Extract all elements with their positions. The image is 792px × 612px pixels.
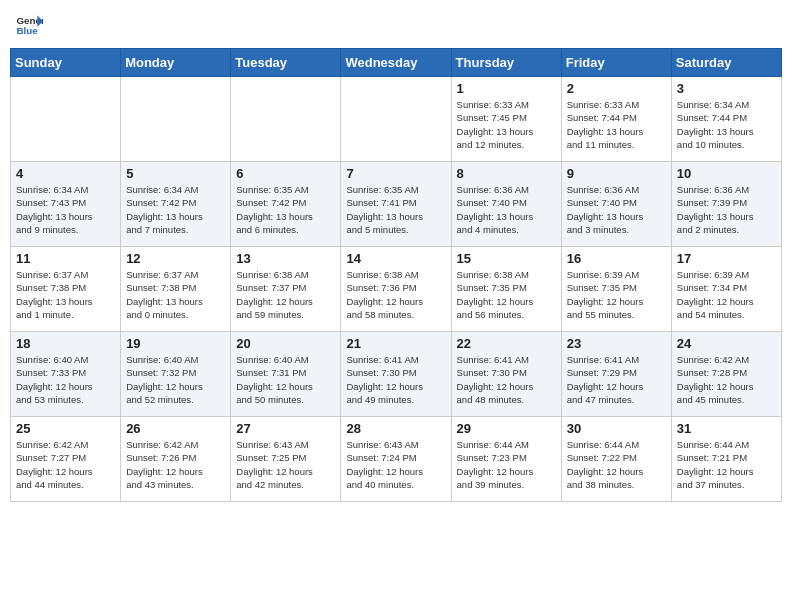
day-info: Sunrise: 6:36 AM Sunset: 7:40 PM Dayligh…	[567, 183, 666, 236]
day-info: Sunrise: 6:35 AM Sunset: 7:42 PM Dayligh…	[236, 183, 335, 236]
day-number: 31	[677, 421, 776, 436]
calendar-cell: 10Sunrise: 6:36 AM Sunset: 7:39 PM Dayli…	[671, 162, 781, 247]
day-number: 14	[346, 251, 445, 266]
day-info: Sunrise: 6:33 AM Sunset: 7:44 PM Dayligh…	[567, 98, 666, 151]
day-number: 22	[457, 336, 556, 351]
calendar-table: SundayMondayTuesdayWednesdayThursdayFrid…	[10, 48, 782, 502]
day-info: Sunrise: 6:42 AM Sunset: 7:27 PM Dayligh…	[16, 438, 115, 491]
calendar-cell: 9Sunrise: 6:36 AM Sunset: 7:40 PM Daylig…	[561, 162, 671, 247]
calendar-cell: 24Sunrise: 6:42 AM Sunset: 7:28 PM Dayli…	[671, 332, 781, 417]
day-of-week-header: Sunday	[11, 49, 121, 77]
day-info: Sunrise: 6:42 AM Sunset: 7:28 PM Dayligh…	[677, 353, 776, 406]
day-number: 21	[346, 336, 445, 351]
day-info: Sunrise: 6:39 AM Sunset: 7:35 PM Dayligh…	[567, 268, 666, 321]
day-info: Sunrise: 6:41 AM Sunset: 7:30 PM Dayligh…	[457, 353, 556, 406]
calendar-cell: 4Sunrise: 6:34 AM Sunset: 7:43 PM Daylig…	[11, 162, 121, 247]
day-info: Sunrise: 6:44 AM Sunset: 7:23 PM Dayligh…	[457, 438, 556, 491]
day-number: 6	[236, 166, 335, 181]
day-of-week-header: Thursday	[451, 49, 561, 77]
calendar-cell: 2Sunrise: 6:33 AM Sunset: 7:44 PM Daylig…	[561, 77, 671, 162]
day-number: 19	[126, 336, 225, 351]
calendar-cell: 15Sunrise: 6:38 AM Sunset: 7:35 PM Dayli…	[451, 247, 561, 332]
svg-text:Blue: Blue	[16, 25, 38, 36]
day-info: Sunrise: 6:33 AM Sunset: 7:45 PM Dayligh…	[457, 98, 556, 151]
day-info: Sunrise: 6:39 AM Sunset: 7:34 PM Dayligh…	[677, 268, 776, 321]
day-info: Sunrise: 6:38 AM Sunset: 7:37 PM Dayligh…	[236, 268, 335, 321]
calendar-cell: 17Sunrise: 6:39 AM Sunset: 7:34 PM Dayli…	[671, 247, 781, 332]
calendar-cell	[11, 77, 121, 162]
day-info: Sunrise: 6:34 AM Sunset: 7:42 PM Dayligh…	[126, 183, 225, 236]
calendar-cell: 6Sunrise: 6:35 AM Sunset: 7:42 PM Daylig…	[231, 162, 341, 247]
day-info: Sunrise: 6:37 AM Sunset: 7:38 PM Dayligh…	[16, 268, 115, 321]
calendar-cell: 30Sunrise: 6:44 AM Sunset: 7:22 PM Dayli…	[561, 417, 671, 502]
calendar-cell: 27Sunrise: 6:43 AM Sunset: 7:25 PM Dayli…	[231, 417, 341, 502]
calendar-cell: 12Sunrise: 6:37 AM Sunset: 7:38 PM Dayli…	[121, 247, 231, 332]
day-info: Sunrise: 6:42 AM Sunset: 7:26 PM Dayligh…	[126, 438, 225, 491]
calendar-cell: 7Sunrise: 6:35 AM Sunset: 7:41 PM Daylig…	[341, 162, 451, 247]
day-number: 1	[457, 81, 556, 96]
calendar-cell: 23Sunrise: 6:41 AM Sunset: 7:29 PM Dayli…	[561, 332, 671, 417]
day-info: Sunrise: 6:40 AM Sunset: 7:31 PM Dayligh…	[236, 353, 335, 406]
day-number: 18	[16, 336, 115, 351]
calendar-week-row: 25Sunrise: 6:42 AM Sunset: 7:27 PM Dayli…	[11, 417, 782, 502]
day-number: 28	[346, 421, 445, 436]
day-info: Sunrise: 6:40 AM Sunset: 7:33 PM Dayligh…	[16, 353, 115, 406]
calendar-cell: 1Sunrise: 6:33 AM Sunset: 7:45 PM Daylig…	[451, 77, 561, 162]
calendar-cell: 28Sunrise: 6:43 AM Sunset: 7:24 PM Dayli…	[341, 417, 451, 502]
calendar-cell: 22Sunrise: 6:41 AM Sunset: 7:30 PM Dayli…	[451, 332, 561, 417]
calendar-week-row: 18Sunrise: 6:40 AM Sunset: 7:33 PM Dayli…	[11, 332, 782, 417]
day-number: 3	[677, 81, 776, 96]
day-of-week-header: Monday	[121, 49, 231, 77]
day-info: Sunrise: 6:43 AM Sunset: 7:24 PM Dayligh…	[346, 438, 445, 491]
calendar-week-row: 1Sunrise: 6:33 AM Sunset: 7:45 PM Daylig…	[11, 77, 782, 162]
day-info: Sunrise: 6:34 AM Sunset: 7:44 PM Dayligh…	[677, 98, 776, 151]
calendar-cell: 26Sunrise: 6:42 AM Sunset: 7:26 PM Dayli…	[121, 417, 231, 502]
calendar-cell: 31Sunrise: 6:44 AM Sunset: 7:21 PM Dayli…	[671, 417, 781, 502]
day-of-week-header: Tuesday	[231, 49, 341, 77]
day-number: 27	[236, 421, 335, 436]
day-number: 29	[457, 421, 556, 436]
day-of-week-header: Friday	[561, 49, 671, 77]
day-info: Sunrise: 6:43 AM Sunset: 7:25 PM Dayligh…	[236, 438, 335, 491]
calendar-cell	[121, 77, 231, 162]
calendar-cell	[341, 77, 451, 162]
day-info: Sunrise: 6:35 AM Sunset: 7:41 PM Dayligh…	[346, 183, 445, 236]
day-number: 12	[126, 251, 225, 266]
calendar-cell: 20Sunrise: 6:40 AM Sunset: 7:31 PM Dayli…	[231, 332, 341, 417]
calendar-cell: 13Sunrise: 6:38 AM Sunset: 7:37 PM Dayli…	[231, 247, 341, 332]
day-number: 5	[126, 166, 225, 181]
calendar-cell: 3Sunrise: 6:34 AM Sunset: 7:44 PM Daylig…	[671, 77, 781, 162]
day-number: 24	[677, 336, 776, 351]
day-number: 25	[16, 421, 115, 436]
day-number: 2	[567, 81, 666, 96]
calendar-cell: 14Sunrise: 6:38 AM Sunset: 7:36 PM Dayli…	[341, 247, 451, 332]
day-number: 13	[236, 251, 335, 266]
calendar-week-row: 4Sunrise: 6:34 AM Sunset: 7:43 PM Daylig…	[11, 162, 782, 247]
day-number: 20	[236, 336, 335, 351]
day-number: 7	[346, 166, 445, 181]
day-info: Sunrise: 6:36 AM Sunset: 7:39 PM Dayligh…	[677, 183, 776, 236]
day-number: 26	[126, 421, 225, 436]
calendar-cell: 11Sunrise: 6:37 AM Sunset: 7:38 PM Dayli…	[11, 247, 121, 332]
calendar-cell: 21Sunrise: 6:41 AM Sunset: 7:30 PM Dayli…	[341, 332, 451, 417]
calendar-cell: 29Sunrise: 6:44 AM Sunset: 7:23 PM Dayli…	[451, 417, 561, 502]
day-info: Sunrise: 6:40 AM Sunset: 7:32 PM Dayligh…	[126, 353, 225, 406]
day-number: 8	[457, 166, 556, 181]
day-number: 9	[567, 166, 666, 181]
day-number: 11	[16, 251, 115, 266]
day-info: Sunrise: 6:38 AM Sunset: 7:35 PM Dayligh…	[457, 268, 556, 321]
calendar-cell	[231, 77, 341, 162]
day-info: Sunrise: 6:41 AM Sunset: 7:30 PM Dayligh…	[346, 353, 445, 406]
day-info: Sunrise: 6:44 AM Sunset: 7:21 PM Dayligh…	[677, 438, 776, 491]
calendar-cell: 16Sunrise: 6:39 AM Sunset: 7:35 PM Dayli…	[561, 247, 671, 332]
page-header: General Blue	[10, 10, 782, 38]
day-of-week-header: Wednesday	[341, 49, 451, 77]
calendar-cell: 8Sunrise: 6:36 AM Sunset: 7:40 PM Daylig…	[451, 162, 561, 247]
day-number: 17	[677, 251, 776, 266]
day-info: Sunrise: 6:36 AM Sunset: 7:40 PM Dayligh…	[457, 183, 556, 236]
day-number: 15	[457, 251, 556, 266]
calendar-week-row: 11Sunrise: 6:37 AM Sunset: 7:38 PM Dayli…	[11, 247, 782, 332]
calendar-cell: 18Sunrise: 6:40 AM Sunset: 7:33 PM Dayli…	[11, 332, 121, 417]
day-info: Sunrise: 6:41 AM Sunset: 7:29 PM Dayligh…	[567, 353, 666, 406]
day-of-week-header: Saturday	[671, 49, 781, 77]
